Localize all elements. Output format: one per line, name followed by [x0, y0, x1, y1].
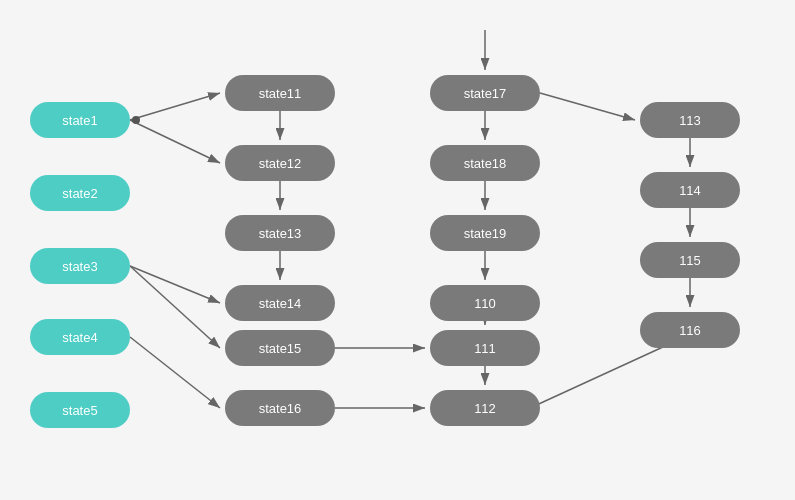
node-state14: state14: [225, 285, 335, 321]
node-state113: 113: [640, 102, 740, 138]
connector-dot-state1: [132, 116, 140, 124]
node-state15: state15: [225, 330, 335, 366]
node-state116: 116: [640, 312, 740, 348]
svg-line-2: [130, 120, 220, 163]
node-state5: state5: [30, 392, 130, 428]
node-state110: 110: [430, 285, 540, 321]
svg-line-1: [130, 93, 220, 120]
node-state3: state3: [30, 248, 130, 284]
node-state12: state12: [225, 145, 335, 181]
node-state13: state13: [225, 215, 335, 251]
svg-line-5: [130, 337, 220, 408]
node-state19: state19: [430, 215, 540, 251]
node-state112: 112: [430, 390, 540, 426]
node-state1: state1: [30, 102, 130, 138]
node-state2: state2: [30, 175, 130, 211]
node-state114: 114: [640, 172, 740, 208]
node-state16: state16: [225, 390, 335, 426]
node-state17: state17: [430, 75, 540, 111]
node-state115: 115: [640, 242, 740, 278]
svg-line-4: [130, 266, 220, 348]
svg-line-18: [540, 93, 635, 120]
node-state4: state4: [30, 319, 130, 355]
state-diagram: state1 state2 state3 state4 state5 state…: [0, 0, 795, 500]
node-state11: state11: [225, 75, 335, 111]
node-state111: 111: [430, 330, 540, 366]
node-state18: state18: [430, 145, 540, 181]
svg-line-3: [130, 266, 220, 303]
